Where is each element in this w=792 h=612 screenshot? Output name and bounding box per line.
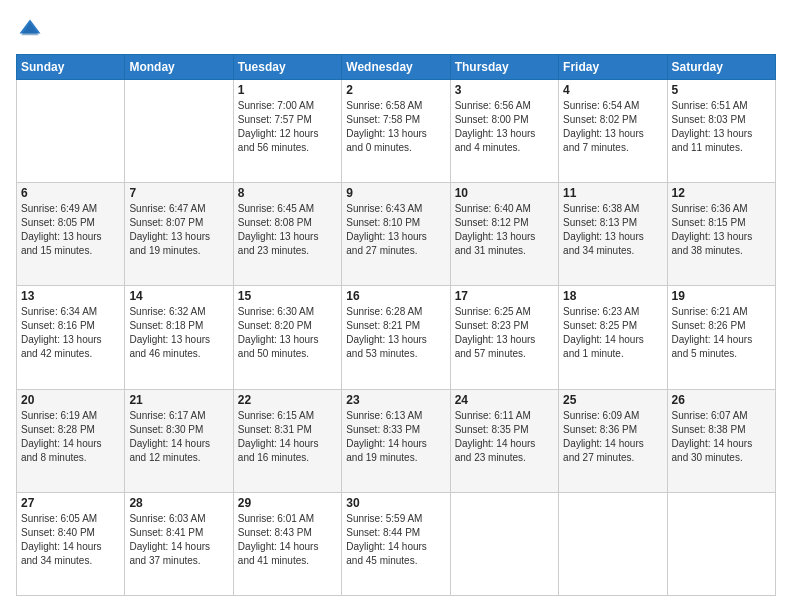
day-number: 6 bbox=[21, 186, 120, 200]
weekday-header: Wednesday bbox=[342, 55, 450, 80]
calendar-cell: 4Sunrise: 6:54 AM Sunset: 8:02 PM Daylig… bbox=[559, 80, 667, 183]
calendar-cell bbox=[450, 492, 558, 595]
day-info: Sunrise: 6:03 AM Sunset: 8:41 PM Dayligh… bbox=[129, 512, 228, 568]
calendar-cell bbox=[17, 80, 125, 183]
day-number: 18 bbox=[563, 289, 662, 303]
calendar-cell: 12Sunrise: 6:36 AM Sunset: 8:15 PM Dayli… bbox=[667, 183, 775, 286]
day-info: Sunrise: 6:51 AM Sunset: 8:03 PM Dayligh… bbox=[672, 99, 771, 155]
calendar-cell: 23Sunrise: 6:13 AM Sunset: 8:33 PM Dayli… bbox=[342, 389, 450, 492]
weekday-header: Sunday bbox=[17, 55, 125, 80]
day-info: Sunrise: 6:45 AM Sunset: 8:08 PM Dayligh… bbox=[238, 202, 337, 258]
day-number: 12 bbox=[672, 186, 771, 200]
weekday-header: Friday bbox=[559, 55, 667, 80]
calendar-cell: 29Sunrise: 6:01 AM Sunset: 8:43 PM Dayli… bbox=[233, 492, 341, 595]
calendar-week-row: 1Sunrise: 7:00 AM Sunset: 7:57 PM Daylig… bbox=[17, 80, 776, 183]
day-info: Sunrise: 6:47 AM Sunset: 8:07 PM Dayligh… bbox=[129, 202, 228, 258]
day-number: 28 bbox=[129, 496, 228, 510]
day-info: Sunrise: 6:21 AM Sunset: 8:26 PM Dayligh… bbox=[672, 305, 771, 361]
weekday-header: Saturday bbox=[667, 55, 775, 80]
day-number: 5 bbox=[672, 83, 771, 97]
calendar-header-row: SundayMondayTuesdayWednesdayThursdayFrid… bbox=[17, 55, 776, 80]
calendar-cell: 5Sunrise: 6:51 AM Sunset: 8:03 PM Daylig… bbox=[667, 80, 775, 183]
calendar-week-row: 27Sunrise: 6:05 AM Sunset: 8:40 PM Dayli… bbox=[17, 492, 776, 595]
calendar-cell: 20Sunrise: 6:19 AM Sunset: 8:28 PM Dayli… bbox=[17, 389, 125, 492]
calendar-cell: 18Sunrise: 6:23 AM Sunset: 8:25 PM Dayli… bbox=[559, 286, 667, 389]
day-info: Sunrise: 5:59 AM Sunset: 8:44 PM Dayligh… bbox=[346, 512, 445, 568]
day-number: 2 bbox=[346, 83, 445, 97]
calendar-cell: 9Sunrise: 6:43 AM Sunset: 8:10 PM Daylig… bbox=[342, 183, 450, 286]
page-header bbox=[16, 16, 776, 44]
day-info: Sunrise: 6:09 AM Sunset: 8:36 PM Dayligh… bbox=[563, 409, 662, 465]
day-number: 19 bbox=[672, 289, 771, 303]
calendar-cell: 15Sunrise: 6:30 AM Sunset: 8:20 PM Dayli… bbox=[233, 286, 341, 389]
calendar-cell: 6Sunrise: 6:49 AM Sunset: 8:05 PM Daylig… bbox=[17, 183, 125, 286]
calendar-cell: 25Sunrise: 6:09 AM Sunset: 8:36 PM Dayli… bbox=[559, 389, 667, 492]
day-info: Sunrise: 6:58 AM Sunset: 7:58 PM Dayligh… bbox=[346, 99, 445, 155]
logo bbox=[16, 16, 48, 44]
weekday-header: Thursday bbox=[450, 55, 558, 80]
day-number: 14 bbox=[129, 289, 228, 303]
day-number: 30 bbox=[346, 496, 445, 510]
calendar-cell bbox=[125, 80, 233, 183]
calendar-cell: 30Sunrise: 5:59 AM Sunset: 8:44 PM Dayli… bbox=[342, 492, 450, 595]
calendar-cell: 28Sunrise: 6:03 AM Sunset: 8:41 PM Dayli… bbox=[125, 492, 233, 595]
day-info: Sunrise: 6:40 AM Sunset: 8:12 PM Dayligh… bbox=[455, 202, 554, 258]
day-number: 8 bbox=[238, 186, 337, 200]
day-info: Sunrise: 6:43 AM Sunset: 8:10 PM Dayligh… bbox=[346, 202, 445, 258]
calendar-cell: 22Sunrise: 6:15 AM Sunset: 8:31 PM Dayli… bbox=[233, 389, 341, 492]
day-number: 24 bbox=[455, 393, 554, 407]
day-info: Sunrise: 6:49 AM Sunset: 8:05 PM Dayligh… bbox=[21, 202, 120, 258]
weekday-header: Monday bbox=[125, 55, 233, 80]
day-info: Sunrise: 6:15 AM Sunset: 8:31 PM Dayligh… bbox=[238, 409, 337, 465]
day-info: Sunrise: 6:36 AM Sunset: 8:15 PM Dayligh… bbox=[672, 202, 771, 258]
day-info: Sunrise: 6:19 AM Sunset: 8:28 PM Dayligh… bbox=[21, 409, 120, 465]
day-number: 16 bbox=[346, 289, 445, 303]
logo-icon bbox=[16, 16, 44, 44]
day-info: Sunrise: 6:56 AM Sunset: 8:00 PM Dayligh… bbox=[455, 99, 554, 155]
day-info: Sunrise: 6:11 AM Sunset: 8:35 PM Dayligh… bbox=[455, 409, 554, 465]
day-number: 20 bbox=[21, 393, 120, 407]
calendar-cell: 16Sunrise: 6:28 AM Sunset: 8:21 PM Dayli… bbox=[342, 286, 450, 389]
day-info: Sunrise: 6:01 AM Sunset: 8:43 PM Dayligh… bbox=[238, 512, 337, 568]
calendar-cell bbox=[667, 492, 775, 595]
calendar-cell bbox=[559, 492, 667, 595]
calendar-week-row: 20Sunrise: 6:19 AM Sunset: 8:28 PM Dayli… bbox=[17, 389, 776, 492]
day-info: Sunrise: 6:13 AM Sunset: 8:33 PM Dayligh… bbox=[346, 409, 445, 465]
calendar-cell: 11Sunrise: 6:38 AM Sunset: 8:13 PM Dayli… bbox=[559, 183, 667, 286]
calendar-cell: 26Sunrise: 6:07 AM Sunset: 8:38 PM Dayli… bbox=[667, 389, 775, 492]
day-number: 7 bbox=[129, 186, 228, 200]
calendar-cell: 1Sunrise: 7:00 AM Sunset: 7:57 PM Daylig… bbox=[233, 80, 341, 183]
day-info: Sunrise: 6:05 AM Sunset: 8:40 PM Dayligh… bbox=[21, 512, 120, 568]
day-number: 26 bbox=[672, 393, 771, 407]
day-number: 23 bbox=[346, 393, 445, 407]
calendar-table: SundayMondayTuesdayWednesdayThursdayFrid… bbox=[16, 54, 776, 596]
calendar-cell: 2Sunrise: 6:58 AM Sunset: 7:58 PM Daylig… bbox=[342, 80, 450, 183]
day-number: 4 bbox=[563, 83, 662, 97]
calendar-cell: 7Sunrise: 6:47 AM Sunset: 8:07 PM Daylig… bbox=[125, 183, 233, 286]
day-info: Sunrise: 6:32 AM Sunset: 8:18 PM Dayligh… bbox=[129, 305, 228, 361]
day-info: Sunrise: 6:07 AM Sunset: 8:38 PM Dayligh… bbox=[672, 409, 771, 465]
day-info: Sunrise: 6:54 AM Sunset: 8:02 PM Dayligh… bbox=[563, 99, 662, 155]
calendar-cell: 24Sunrise: 6:11 AM Sunset: 8:35 PM Dayli… bbox=[450, 389, 558, 492]
day-number: 11 bbox=[563, 186, 662, 200]
day-number: 25 bbox=[563, 393, 662, 407]
day-number: 29 bbox=[238, 496, 337, 510]
calendar-cell: 19Sunrise: 6:21 AM Sunset: 8:26 PM Dayli… bbox=[667, 286, 775, 389]
day-number: 1 bbox=[238, 83, 337, 97]
calendar-cell: 10Sunrise: 6:40 AM Sunset: 8:12 PM Dayli… bbox=[450, 183, 558, 286]
day-number: 13 bbox=[21, 289, 120, 303]
day-number: 27 bbox=[21, 496, 120, 510]
calendar-cell: 27Sunrise: 6:05 AM Sunset: 8:40 PM Dayli… bbox=[17, 492, 125, 595]
calendar-cell: 17Sunrise: 6:25 AM Sunset: 8:23 PM Dayli… bbox=[450, 286, 558, 389]
day-info: Sunrise: 6:17 AM Sunset: 8:30 PM Dayligh… bbox=[129, 409, 228, 465]
calendar-cell: 8Sunrise: 6:45 AM Sunset: 8:08 PM Daylig… bbox=[233, 183, 341, 286]
calendar-cell: 13Sunrise: 6:34 AM Sunset: 8:16 PM Dayli… bbox=[17, 286, 125, 389]
calendar-cell: 21Sunrise: 6:17 AM Sunset: 8:30 PM Dayli… bbox=[125, 389, 233, 492]
day-number: 22 bbox=[238, 393, 337, 407]
day-number: 17 bbox=[455, 289, 554, 303]
day-info: Sunrise: 6:25 AM Sunset: 8:23 PM Dayligh… bbox=[455, 305, 554, 361]
weekday-header: Tuesday bbox=[233, 55, 341, 80]
calendar-cell: 3Sunrise: 6:56 AM Sunset: 8:00 PM Daylig… bbox=[450, 80, 558, 183]
day-number: 21 bbox=[129, 393, 228, 407]
calendar-cell: 14Sunrise: 6:32 AM Sunset: 8:18 PM Dayli… bbox=[125, 286, 233, 389]
